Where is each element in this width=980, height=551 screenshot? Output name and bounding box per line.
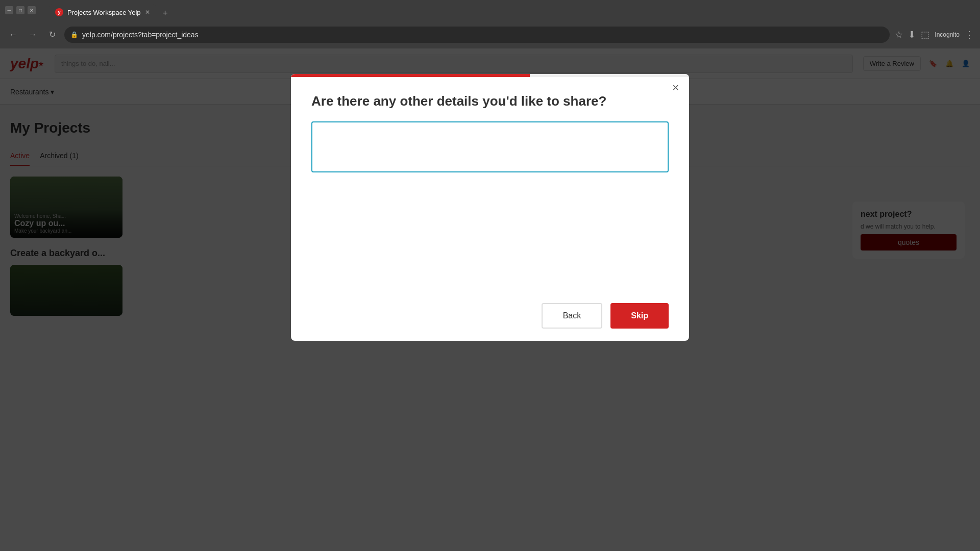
modal-close-button[interactable]: × bbox=[672, 82, 679, 93]
back-button[interactable]: ← bbox=[6, 28, 20, 42]
tab-favicon: y bbox=[55, 8, 63, 16]
modal-overlay: × Are there any other details you'd like… bbox=[0, 48, 980, 551]
modal-footer: Back Skip bbox=[291, 291, 689, 341]
browser-chrome: ─ □ ✕ y Projects Workspace Yelp ✕ + ← → … bbox=[0, 0, 980, 48]
modal-title: Are there any other details you'd like t… bbox=[311, 93, 669, 109]
modal-body: Are there any other details you'd like t… bbox=[291, 77, 689, 291]
url-text: yelp.com/projects?tab=project_ideas bbox=[82, 31, 199, 39]
tab-close-button[interactable]: ✕ bbox=[145, 9, 150, 16]
address-bar[interactable]: 🔒 yelp.com/projects?tab=project_ideas bbox=[64, 27, 890, 43]
tab-bar: y Projects Workspace Yelp ✕ + bbox=[45, 0, 177, 20]
new-tab-button[interactable]: + bbox=[158, 6, 173, 20]
tab-title: Projects Workspace Yelp bbox=[67, 9, 141, 16]
toolbar-actions: ☆ ⬇ ⬚ Incognito ⋮ bbox=[895, 29, 974, 40]
browser-titlebar: ─ □ ✕ y Projects Workspace Yelp ✕ + bbox=[0, 0, 980, 20]
modal-progress-fill bbox=[291, 74, 530, 77]
minimize-button[interactable]: ─ bbox=[5, 6, 13, 14]
modal-spacer bbox=[311, 172, 669, 274]
lock-icon: 🔒 bbox=[70, 31, 78, 38]
extensions-icon[interactable]: ⬚ bbox=[921, 29, 929, 40]
window-controls: ─ □ ✕ bbox=[5, 6, 36, 14]
menu-icon[interactable]: ⋮ bbox=[965, 29, 974, 40]
details-textarea[interactable] bbox=[311, 121, 669, 172]
maximize-button[interactable]: □ bbox=[16, 6, 24, 14]
incognito-label: Incognito bbox=[935, 31, 960, 38]
active-tab[interactable]: y Projects Workspace Yelp ✕ bbox=[49, 4, 156, 20]
close-window-button[interactable]: ✕ bbox=[28, 6, 36, 14]
browser-toolbar: ← → ↻ 🔒 yelp.com/projects?tab=project_id… bbox=[0, 20, 980, 48]
modal-dialog: × Are there any other details you'd like… bbox=[291, 74, 689, 341]
download-icon[interactable]: ⬇ bbox=[908, 29, 916, 40]
bookmark-icon[interactable]: ☆ bbox=[895, 29, 903, 40]
forward-button[interactable]: → bbox=[26, 28, 40, 42]
back-button[interactable]: Back bbox=[542, 303, 603, 329]
refresh-button[interactable]: ↻ bbox=[45, 28, 59, 42]
skip-button[interactable]: Skip bbox=[610, 303, 669, 329]
modal-progress-bar bbox=[291, 74, 689, 77]
